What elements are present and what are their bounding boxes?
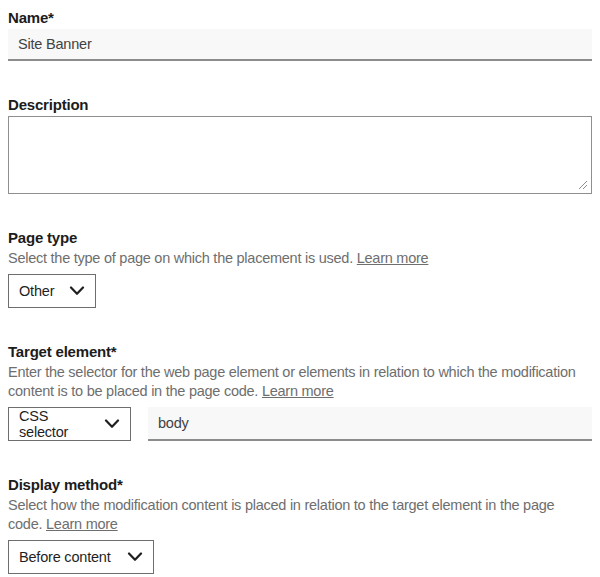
display-method-field: Display method* Select how the modificat… bbox=[8, 475, 592, 574]
target-element-row: CSS selector bbox=[8, 407, 592, 441]
target-element-label: Target element* bbox=[8, 342, 592, 361]
selector-type-select[interactable]: CSS selector bbox=[8, 407, 131, 441]
name-input[interactable] bbox=[8, 29, 592, 61]
target-selector-input[interactable] bbox=[148, 407, 592, 441]
display-method-label-text: Display method bbox=[8, 476, 117, 493]
page-type-select-value: Other bbox=[19, 283, 54, 299]
page-type-label-text: Page type bbox=[8, 229, 77, 246]
required-asterisk: * bbox=[48, 9, 54, 26]
selector-type-select-value: CSS selector bbox=[19, 408, 96, 440]
placement-settings-form: Name* Description Page type Select the t… bbox=[0, 0, 600, 577]
description-textarea[interactable] bbox=[8, 116, 592, 194]
display-method-label: Display method* bbox=[8, 475, 592, 494]
page-type-helper-text: Select the type of page on which the pla… bbox=[8, 250, 353, 266]
name-label-text: Name bbox=[8, 9, 48, 26]
description-field: Description bbox=[8, 95, 592, 194]
description-label: Description bbox=[8, 95, 592, 114]
name-label: Name* bbox=[8, 8, 592, 27]
page-type-field: Page type Select the type of page on whi… bbox=[8, 228, 592, 308]
target-element-field: Target element* Enter the selector for t… bbox=[8, 342, 592, 441]
description-label-text: Description bbox=[8, 96, 88, 113]
display-method-select-value: Before content bbox=[19, 549, 111, 565]
page-type-helper: Select the type of page on which the pla… bbox=[8, 249, 592, 268]
display-method-select[interactable]: Before content bbox=[8, 540, 154, 574]
page-type-label: Page type bbox=[8, 228, 592, 247]
resize-handle-icon[interactable] bbox=[578, 180, 588, 190]
description-textarea-wrap bbox=[8, 116, 592, 194]
target-element-learn-more-link[interactable]: Learn more bbox=[262, 383, 334, 399]
chevron-down-icon bbox=[69, 286, 85, 296]
chevron-down-icon bbox=[104, 419, 120, 429]
required-asterisk: * bbox=[111, 343, 117, 360]
target-element-label-text: Target element bbox=[8, 343, 111, 360]
target-element-helper: Enter the selector for the web page elem… bbox=[8, 363, 592, 401]
display-method-helper: Select how the modification content is p… bbox=[8, 496, 592, 534]
required-asterisk: * bbox=[117, 476, 123, 493]
page-type-select[interactable]: Other bbox=[8, 274, 96, 308]
chevron-down-icon bbox=[127, 552, 143, 562]
name-field: Name* bbox=[8, 8, 592, 61]
page-type-learn-more-link[interactable]: Learn more bbox=[357, 250, 429, 266]
display-method-learn-more-link[interactable]: Learn more bbox=[46, 516, 118, 532]
